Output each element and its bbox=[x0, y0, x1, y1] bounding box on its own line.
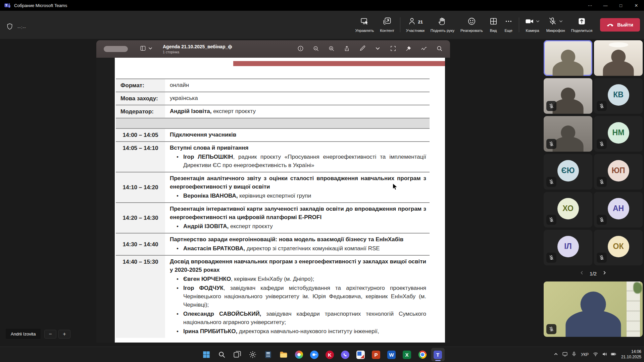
calculator-taskbar-icon[interactable] bbox=[261, 348, 275, 361]
schedule-time: 14:10 – 14:20 bbox=[116, 172, 165, 202]
participant-tile[interactable] bbox=[594, 40, 643, 76]
mic-muted-icon bbox=[546, 253, 556, 263]
participant-tile[interactable]: ІЛ bbox=[544, 230, 592, 265]
info-icon[interactable] bbox=[297, 45, 304, 53]
schedule-time: 14:05 – 14:10 bbox=[116, 142, 165, 172]
toolbar-view-button[interactable]: Вид bbox=[486, 15, 501, 35]
raise-hand-icon bbox=[438, 17, 447, 27]
agenda-table: Формат:онлайнМова заходу:українськаМодер… bbox=[116, 79, 430, 338]
window-minimize-button[interactable]: — bbox=[598, 0, 613, 11]
participant-tile[interactable] bbox=[544, 78, 592, 114]
toolbar-react-button[interactable]: Реагировать bbox=[457, 15, 486, 35]
toolbar-camera-button[interactable]: Камера bbox=[522, 15, 543, 35]
window-close-button[interactable]: ✕ bbox=[629, 0, 644, 11]
frame-icon[interactable] bbox=[390, 45, 396, 53]
word-taskbar-icon[interactable]: W bbox=[385, 348, 398, 361]
window-maximize-button[interactable]: □ bbox=[613, 0, 629, 11]
toolbar-microphone-button[interactable]: Микрофон bbox=[543, 15, 568, 35]
share-icon bbox=[577, 17, 586, 27]
participant-tile[interactable]: ЮП bbox=[594, 154, 643, 190]
mic-muted-icon bbox=[597, 101, 607, 111]
zoom-in-icon[interactable] bbox=[328, 45, 335, 53]
window-more-button[interactable]: ⋯ bbox=[582, 0, 598, 11]
red-app-taskbar-icon[interactable]: K bbox=[323, 348, 337, 361]
file-explorer-taskbar-icon[interactable] bbox=[277, 348, 290, 361]
settings-taskbar-icon[interactable] bbox=[246, 348, 259, 361]
chevron-down-icon[interactable] bbox=[535, 19, 540, 25]
toolbar-raise-hand-button[interactable]: Поднять руку bbox=[428, 15, 457, 35]
toolbar-share-button[interactable]: Поделиться bbox=[568, 15, 596, 35]
unknown-app-taskbar-icon[interactable] bbox=[354, 348, 367, 361]
pen-chevron-icon[interactable] bbox=[375, 45, 381, 53]
agenda-empty-row bbox=[116, 118, 430, 128]
participant-tile[interactable] bbox=[544, 40, 592, 76]
document-page: Формат:онлайнМова заходу:українськаМодер… bbox=[115, 58, 445, 343]
task-view-taskbar-icon[interactable] bbox=[231, 348, 244, 361]
toolbar-content-button[interactable]: Контент bbox=[377, 15, 397, 35]
toolbar-more-button[interactable]: Еще bbox=[501, 15, 516, 35]
toolbar-button-label: Поднять руку bbox=[431, 29, 454, 33]
agenda-meta-row: Мова заходу:українська bbox=[116, 92, 430, 105]
laser-pointer-icon[interactable] bbox=[405, 45, 412, 53]
wifi-icon[interactable] bbox=[593, 351, 598, 358]
schedule-speaker: Андрій ІЗОВІТА, експерт проєкту bbox=[170, 222, 426, 230]
participant-tile[interactable]: АН bbox=[594, 192, 643, 227]
clock[interactable]: 14:06 21.10.2025 bbox=[621, 349, 641, 360]
mic-muted-icon bbox=[597, 215, 607, 225]
participant-tile[interactable]: ХО bbox=[544, 192, 592, 227]
microphone-icon bbox=[548, 17, 557, 27]
participant-tile[interactable]: КВ bbox=[594, 78, 643, 114]
window-titlebar: Собрание Microsoft Teams ⋯—□✕ bbox=[0, 0, 644, 11]
content-icon bbox=[383, 17, 392, 27]
participant-tile[interactable]: ЄЮ bbox=[544, 154, 592, 190]
toolbar-participants-button[interactable]: 21Участники bbox=[403, 15, 428, 35]
language-indicator[interactable]: УКР bbox=[580, 352, 589, 357]
participant-tile[interactable]: НМ bbox=[594, 116, 643, 152]
viber-taskbar-icon[interactable] bbox=[339, 348, 352, 361]
meeting-toolbar: --:-- УправлятьКонтент21УчастникиПоднять… bbox=[0, 11, 644, 39]
stage-zoom-in-button[interactable]: + bbox=[58, 330, 70, 339]
toolbar-separator bbox=[519, 17, 519, 32]
leave-label: Выйти bbox=[617, 22, 633, 28]
pen-icon[interactable] bbox=[359, 45, 365, 53]
participant-tile[interactable]: ОК bbox=[594, 230, 643, 265]
chrome-taskbar-icon[interactable] bbox=[416, 348, 429, 361]
zoom-out-icon[interactable] bbox=[313, 45, 319, 53]
mic-muted-icon bbox=[546, 215, 556, 225]
excel-taskbar-icon[interactable]: X bbox=[400, 348, 414, 361]
sidebar-toggle-icon[interactable] bbox=[140, 45, 146, 53]
participants-rail: КВНМЄЮЮПХОАНІЛОК 1/2 bbox=[544, 40, 643, 337]
teams-taskbar-icon[interactable]: T bbox=[431, 348, 445, 361]
toolbar-manage-button[interactable]: Управлять bbox=[352, 15, 377, 35]
volume-icon[interactable] bbox=[602, 351, 607, 358]
paint-taskbar-icon[interactable] bbox=[292, 348, 306, 361]
tray-mic-icon[interactable] bbox=[571, 351, 577, 358]
meta-value: онлайн bbox=[165, 79, 430, 92]
search-icon[interactable] bbox=[436, 45, 443, 53]
zoom-app-taskbar-icon[interactable] bbox=[308, 348, 321, 361]
spotlight-participant-tile[interactable] bbox=[544, 281, 643, 337]
powerpoint-taskbar-icon[interactable]: P bbox=[369, 348, 383, 361]
tray-chevron-up-icon[interactable] bbox=[553, 351, 559, 358]
participant-initials: ІЛ bbox=[557, 236, 579, 257]
pagination-next-icon[interactable] bbox=[602, 270, 607, 276]
battery-icon[interactable] bbox=[611, 351, 616, 358]
sidebar-chevron-icon[interactable] bbox=[147, 45, 153, 53]
participant-tile[interactable] bbox=[544, 116, 592, 152]
tray-display-icon[interactable] bbox=[562, 351, 568, 358]
viewer-pill-button[interactable] bbox=[104, 46, 128, 52]
teams-logo-icon bbox=[4, 2, 11, 9]
signature-icon[interactable] bbox=[421, 45, 427, 53]
view-icon bbox=[489, 17, 498, 27]
stage-zoom-out-button[interactable]: − bbox=[44, 330, 56, 339]
pagination-prev-icon[interactable] bbox=[580, 270, 584, 276]
chevron-down-icon[interactable] bbox=[558, 19, 563, 25]
schedule-speaker: Олександр САВОЙСЬКИЙ, завідувач кафедри … bbox=[170, 310, 426, 326]
start-taskbar-icon[interactable] bbox=[200, 348, 213, 361]
export-icon[interactable] bbox=[344, 45, 350, 53]
leave-meeting-button[interactable]: Выйти bbox=[600, 18, 640, 32]
document-banner bbox=[233, 61, 445, 66]
participant-initials: ОК bbox=[608, 236, 629, 257]
search-taskbar-icon[interactable] bbox=[215, 348, 229, 361]
mic-muted-icon bbox=[546, 101, 556, 111]
